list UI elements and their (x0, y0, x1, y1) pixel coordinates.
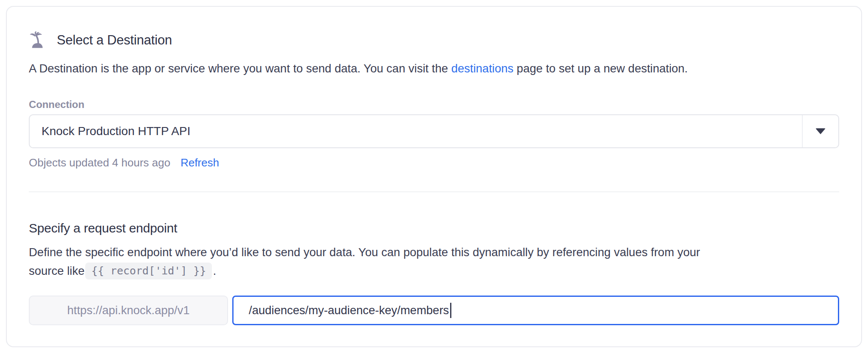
endpoint-description-line2: source like {{ record['id'] }} . (29, 262, 839, 280)
endpoint-description-line1: Define the specific endpoint where you’d… (29, 243, 839, 262)
objects-updated-status: Objects updated 4 hours ago (29, 156, 170, 169)
endpoint-desc-suffix: . (213, 262, 216, 280)
text-cursor (450, 303, 451, 318)
chevron-down-icon (815, 128, 826, 134)
destination-description: A Destination is the app or service wher… (29, 59, 839, 78)
refresh-link[interactable]: Refresh (181, 156, 219, 169)
connection-label: Connection (29, 98, 839, 111)
card-header: Select a Destination (29, 30, 839, 50)
connection-meta: Objects updated 4 hours ago Refresh (29, 156, 839, 169)
page-title: Select a Destination (57, 33, 172, 48)
endpoint-section-title: Specify a request endpoint (29, 220, 839, 236)
connection-select[interactable]: Knock Production HTTP API (29, 114, 839, 148)
connection-select-arrow-button[interactable] (802, 115, 838, 147)
palm-tree-icon (29, 30, 48, 50)
endpoint-path-value: /audiences/my-audience-key/members (249, 304, 449, 317)
connection-select-value: Knock Production HTTP API (30, 115, 802, 147)
intro-text-before: A Destination is the app or service wher… (29, 62, 451, 75)
endpoint-desc-prefix: source like (29, 262, 84, 280)
destination-card: Select a Destination A Destination is th… (6, 6, 862, 347)
destinations-link[interactable]: destinations (451, 62, 514, 75)
base-url-prefix: https://api.knock.app/v1 (29, 296, 228, 325)
intro-text-after: page to set up a new destination. (513, 62, 687, 75)
section-divider (29, 191, 839, 192)
endpoint-input-row: https://api.knock.app/v1 /audiences/my-a… (29, 296, 839, 325)
endpoint-path-input[interactable]: /audiences/my-audience-key/members (232, 296, 839, 325)
template-code-sample: {{ record['id'] }} (85, 263, 212, 279)
endpoint-description: Define the specific endpoint where you’d… (29, 243, 839, 280)
